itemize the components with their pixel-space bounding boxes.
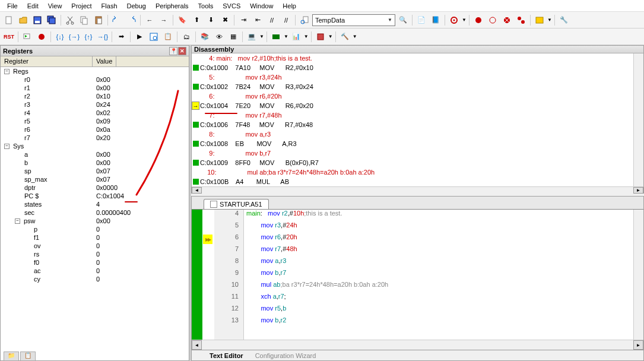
redo-button[interactable]: [125, 14, 138, 27]
editor-bottom-tab-text[interactable]: Text Editor: [210, 352, 243, 359]
project-tab[interactable]: 📁: [4, 352, 19, 361]
disasm-line[interactable]: C:0x1000 7A10 MOV R2,#0x10: [192, 63, 633, 72]
code-line[interactable]: mov r7,#48h: [246, 245, 633, 257]
step-into-button[interactable]: {↓}: [53, 30, 66, 43]
editor-hscroll[interactable]: ◄►: [192, 340, 643, 350]
stop-button[interactable]: [35, 30, 48, 43]
trace-window-button[interactable]: 📊: [290, 30, 303, 43]
disasm-line[interactable]: C:0x1002 7B24 MOV R3,#0x24: [192, 82, 633, 91]
register-row[interactable]: sp0x07: [1, 167, 189, 175]
bookmark-clear-button[interactable]: ✖: [218, 14, 231, 27]
nav-fwd-button[interactable]: →: [157, 14, 170, 27]
code-line[interactable]: mov a,r3: [246, 257, 633, 269]
disasm-line[interactable]: 5: mov r3,#24h: [192, 72, 633, 82]
save-button[interactable]: [31, 14, 44, 27]
disassembly-body[interactable]: 4: main: mov r2,#10h;this is a test.C:0x…: [192, 53, 633, 186]
register-row[interactable]: r40x02: [1, 109, 189, 117]
register-row[interactable]: b0x00: [1, 159, 189, 167]
editor-tab[interactable]: STARTUP.A51: [204, 199, 269, 209]
step-over-button[interactable]: {→}: [68, 30, 81, 43]
symbols-window-button[interactable]: 📋: [161, 30, 175, 43]
menu-window[interactable]: Window: [245, 1, 278, 11]
serial-window-button[interactable]: 💻: [245, 30, 258, 43]
register-row[interactable]: PC $C:0x1004: [1, 192, 189, 200]
breakpoint-insert-button[interactable]: [472, 14, 485, 27]
register-row[interactable]: −psw0x00: [1, 217, 189, 225]
register-row[interactable]: sec0.00000400: [1, 208, 189, 217]
disasm-line[interactable]: C:0x1009 8FF0 MOV B(0xF0),R7: [192, 158, 633, 167]
menu-help[interactable]: Help: [278, 1, 301, 11]
code-line[interactable]: mov r3,#24h: [246, 221, 633, 233]
callstack-window-button[interactable]: 📚: [198, 30, 211, 43]
nav-back-button[interactable]: ←: [143, 14, 156, 27]
cut-button[interactable]: [64, 14, 77, 27]
new-file-button[interactable]: [2, 14, 15, 27]
uncomment-button[interactable]: //: [280, 14, 293, 27]
project-window-button[interactable]: 📄: [415, 14, 428, 27]
register-row[interactable]: −Regs: [1, 67, 189, 75]
reset-button[interactable]: RST: [2, 30, 15, 43]
paste-button[interactable]: [92, 14, 105, 27]
save-all-button[interactable]: [45, 14, 58, 27]
disasm-line[interactable]: 4: main: mov r2,#10h;this is a test.: [192, 53, 633, 63]
menu-svcs[interactable]: SVCS: [218, 1, 245, 11]
bookmark-next-button[interactable]: ⬇: [204, 14, 217, 27]
system-viewer-button[interactable]: [314, 30, 327, 43]
editor-vscroll[interactable]: [633, 210, 643, 340]
code-line[interactable]: mul ab;ba r3*r7=24h*48h=a20h b:0ah a:20h: [246, 281, 633, 293]
register-row[interactable]: rs0: [1, 250, 189, 258]
register-row[interactable]: r30x24: [1, 100, 189, 109]
memory-window-button[interactable]: ▦: [227, 30, 240, 43]
editor-breakpoint-gutter[interactable]: [202, 210, 214, 340]
step-out-button[interactable]: {↑}: [82, 30, 95, 43]
disasm-line[interactable]: 9: mov b,r7: [192, 148, 633, 158]
disasm-line[interactable]: 6: mov r6,#20h: [192, 91, 633, 101]
bookmark-prev-button[interactable]: ⬆: [190, 14, 203, 27]
toolbox-button[interactable]: 🔨: [338, 30, 351, 43]
analysis-window-button[interactable]: [269, 30, 283, 43]
registers-tab[interactable]: 📋: [20, 352, 36, 361]
register-row[interactable]: p0: [1, 225, 189, 233]
breakpoint-disable-button[interactable]: [486, 14, 499, 27]
watch-window-button[interactable]: 👁: [212, 30, 226, 43]
disasm-line[interactable]: 7: mov r7,#48h: [192, 110, 633, 120]
register-row[interactable]: r00x00: [1, 75, 189, 84]
books-window-button[interactable]: 📘: [429, 14, 442, 27]
target-combo[interactable]: TempData▼: [312, 14, 395, 26]
menu-project[interactable]: Project: [66, 1, 96, 11]
debug-button[interactable]: [448, 14, 461, 27]
code-line[interactable]: mov r6,#20h: [246, 233, 633, 245]
register-row[interactable]: r50x09: [1, 117, 189, 125]
copy-button[interactable]: [78, 14, 91, 27]
register-row[interactable]: sp_max0x07: [1, 175, 189, 183]
undo-button[interactable]: [110, 14, 123, 27]
register-row[interactable]: ac0: [1, 267, 189, 275]
open-button[interactable]: [17, 14, 30, 27]
command-window-button[interactable]: ▶: [133, 30, 146, 43]
register-row[interactable]: cy0: [1, 275, 189, 283]
menu-view[interactable]: View: [43, 1, 67, 11]
window-button[interactable]: [533, 14, 546, 27]
register-row[interactable]: dptr0x0000: [1, 183, 189, 192]
menu-tools[interactable]: Tools: [193, 1, 218, 11]
code-line[interactable]: mov r5,b: [246, 305, 633, 316]
disasm-line[interactable]: C:0x100B A4 MUL AB: [192, 177, 633, 186]
disasm-line[interactable]: C:0x1008 EB MOV A,R3: [192, 139, 633, 148]
menu-debug[interactable]: Debug: [122, 1, 151, 11]
code-line[interactable]: main: mov r2,#10h;this is a test.: [246, 210, 633, 221]
menu-peripherals[interactable]: Peripherals: [151, 1, 193, 11]
editor-code[interactable]: main: mov r2,#10h;this is a test. mov r3…: [244, 210, 633, 340]
disasm-line[interactable]: C:0x1006 7F48 MOV R7,#0x48: [192, 120, 633, 129]
register-row[interactable]: r60x0a: [1, 125, 189, 134]
register-row[interactable]: states4: [1, 200, 189, 208]
disasm-line[interactable]: 8: mov a,r3: [192, 129, 633, 139]
show-next-button[interactable]: ➡: [115, 30, 128, 43]
register-row[interactable]: ov0: [1, 242, 189, 250]
disasm-line[interactable]: 10: mul ab;ba r3*r7=24h*48h=a20h b:0ah a…: [192, 167, 633, 177]
run-to-cursor-button[interactable]: →{}: [96, 30, 109, 43]
register-row[interactable]: −Sys: [1, 142, 189, 150]
register-row[interactable]: a0x00: [1, 150, 189, 159]
bookmark-button[interactable]: 🔖: [176, 14, 189, 27]
disasm-hscroll[interactable]: ◄►: [192, 186, 643, 194]
registers-tree[interactable]: −Regsr00x00r10x00r20x10r30x24r40x02r50x0…: [1, 67, 189, 360]
